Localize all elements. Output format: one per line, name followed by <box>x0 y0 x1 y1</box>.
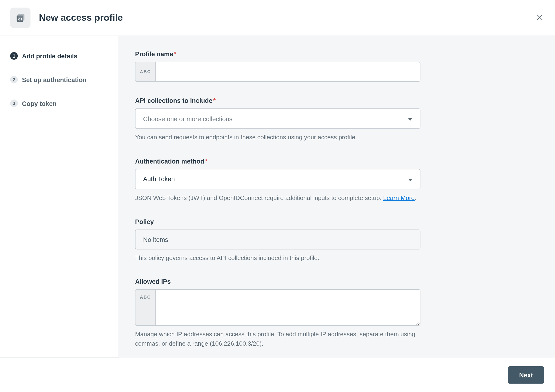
collections-group: API collections to include* Choose one o… <box>135 97 420 142</box>
collections-label: API collections to include* <box>135 97 420 104</box>
learn-more-link[interactable]: Learn More <box>383 194 414 201</box>
step-badge: 1 <box>10 52 18 59</box>
close-icon <box>536 14 543 21</box>
modal-header: New access profile <box>0 0 555 36</box>
policy-group: Policy No items This policy governs acce… <box>135 218 420 263</box>
profile-name-input-wrap: ABC <box>135 62 420 82</box>
auth-method-value: Auth Token <box>143 176 175 183</box>
text-type-prefix: ABC <box>135 290 156 325</box>
close-button[interactable] <box>534 12 545 23</box>
policy-help: This policy governs access to API collec… <box>135 253 420 263</box>
step-badge: 2 <box>10 76 18 83</box>
access-profile-icon <box>10 7 30 28</box>
wizard-sidebar: 1 Add profile details 2 Set up authentic… <box>0 36 119 357</box>
allowed-ips-input-wrap: ABC <box>135 289 420 326</box>
profile-name-input[interactable] <box>156 62 420 81</box>
wizard-step-1[interactable]: 1 Add profile details <box>10 48 108 64</box>
allowed-ips-input[interactable] <box>156 290 420 325</box>
collections-select[interactable]: Choose one or more collections <box>135 109 420 129</box>
auth-method-help: JSON Web Tokens (JWT) and OpenIDConnect … <box>135 193 420 203</box>
collections-placeholder: Choose one or more collections <box>143 115 232 122</box>
next-button[interactable]: Next <box>508 366 544 384</box>
required-marker: * <box>213 97 216 104</box>
step-label: Set up authentication <box>22 76 87 83</box>
auth-method-select[interactable]: Auth Token <box>135 169 420 189</box>
step-badge: 3 <box>10 100 18 107</box>
page-title: New access profile <box>39 12 123 23</box>
modal-body: 1 Add profile details 2 Set up authentic… <box>0 36 555 357</box>
policy-label: Policy <box>135 218 420 225</box>
chevron-down-icon <box>408 115 412 122</box>
allowed-ips-group: Allowed IPs ABC Manage which IP addresse… <box>135 278 420 348</box>
text-type-prefix: ABC <box>135 62 156 81</box>
profile-name-label: Profile name* <box>135 50 420 58</box>
collections-help: You can send requests to endpoints in th… <box>135 133 420 142</box>
auth-method-label: Authentication method* <box>135 157 420 165</box>
allowed-ips-help: Manage which IP addresses can access thi… <box>135 330 420 348</box>
required-marker: * <box>174 50 177 58</box>
modal-footer: Next <box>0 357 555 392</box>
required-marker: * <box>205 157 208 165</box>
chevron-down-icon <box>408 175 412 183</box>
auth-method-group: Authentication method* Auth Token JSON W… <box>135 157 420 203</box>
step-label: Add profile details <box>22 52 78 59</box>
step-label: Copy token <box>22 100 57 107</box>
wizard-step-2[interactable]: 2 Set up authentication <box>10 72 108 88</box>
allowed-ips-label: Allowed IPs <box>135 278 420 285</box>
form-main: Profile name* ABC API collections to inc… <box>119 36 555 357</box>
wizard-step-3[interactable]: 3 Copy token <box>10 95 108 111</box>
header-left: New access profile <box>10 7 123 28</box>
policy-value: No items <box>135 229 420 249</box>
profile-name-group: Profile name* ABC <box>135 50 420 82</box>
